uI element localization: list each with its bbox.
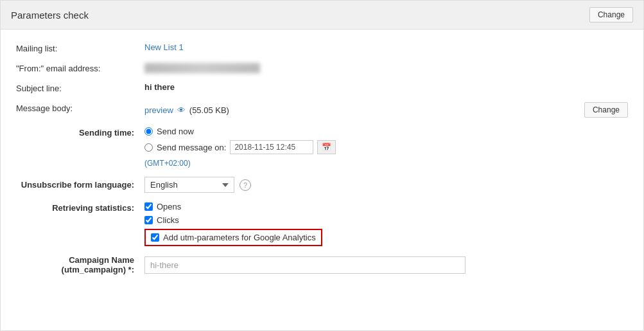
from-email-row: "From:" email address: bbox=[16, 62, 628, 73]
content-area: Mailing list: New List 1 "From:" email a… bbox=[1, 30, 643, 296]
subject-value: hi there bbox=[144, 82, 628, 92]
subject-row: Subject line: hi there bbox=[16, 82, 628, 93]
message-body-row: Message body: preview 👁 (55.05 KB) Chang… bbox=[16, 102, 628, 118]
mailing-list-value: New List 1 bbox=[144, 42, 628, 52]
clicks-row: Clicks bbox=[144, 215, 322, 225]
statistics-row: Retrieving statistics: Opens Clicks Add … bbox=[16, 202, 628, 246]
campaign-name-input[interactable] bbox=[144, 256, 466, 274]
opens-row: Opens bbox=[144, 202, 322, 211]
send-on-row: Send message on: 📅 bbox=[144, 140, 336, 154]
mailing-list-link[interactable]: New List 1 bbox=[144, 42, 184, 52]
clicks-label: Clicks bbox=[157, 215, 179, 225]
clicks-checkbox[interactable] bbox=[144, 216, 153, 224]
send-now-row: Send now bbox=[144, 127, 336, 136]
from-email-label: "From:" email address: bbox=[16, 62, 144, 73]
send-on-label: Send message on: bbox=[157, 143, 226, 152]
message-body-value: preview 👁 (55.05 KB) Change bbox=[144, 102, 628, 118]
message-body-label: Message body: bbox=[16, 102, 144, 113]
campaign-name-row: Campaign Name (utm_campaign) *: bbox=[16, 255, 628, 274]
message-body-left: preview 👁 (55.05 KB) bbox=[144, 105, 229, 115]
send-on-radio[interactable] bbox=[144, 143, 153, 152]
analytics-box: Add utm-parameters for Google Analytics bbox=[144, 229, 322, 246]
page-header: Parameters check Change bbox=[1, 1, 643, 30]
change-button[interactable]: Change bbox=[589, 7, 633, 22]
analytics-label: Add utm-parameters for Google Analytics bbox=[163, 233, 316, 242]
message-body-size: (55.05 KB) bbox=[189, 105, 229, 115]
send-now-label: Send now bbox=[157, 127, 194, 136]
gmt-value: (GMT+02:00) bbox=[144, 159, 191, 168]
page-container: Parameters check Change Mailing list: Ne… bbox=[0, 0, 644, 331]
opens-label: Opens bbox=[157, 202, 181, 211]
statistics-label: Retrieving statistics: bbox=[16, 202, 144, 213]
page-title: Parameters check bbox=[11, 10, 89, 21]
eye-icon[interactable]: 👁 bbox=[177, 105, 186, 115]
analytics-checkbox[interactable] bbox=[151, 233, 159, 242]
campaign-name-label-text: Campaign Name (utm_campaign) *: bbox=[62, 255, 134, 274]
subject-label: Subject line: bbox=[16, 82, 144, 93]
calendar-icon: 📅 bbox=[322, 143, 331, 152]
from-email-blurred bbox=[144, 63, 260, 73]
message-body-change-button[interactable]: Change bbox=[584, 102, 628, 118]
sending-time-label: Sending time: bbox=[16, 127, 144, 138]
sending-time-section: Sending time: Send now Send message on: … bbox=[16, 127, 628, 168]
gmt-text: (GMT+02:00) bbox=[144, 158, 336, 168]
unsubscribe-label: Unsubscribe form language: bbox=[16, 180, 144, 190]
mailing-list-label: Mailing list: bbox=[16, 42, 144, 53]
statistics-options: Opens Clicks Add utm-parameters for Goog… bbox=[144, 202, 322, 246]
opens-checkbox[interactable] bbox=[144, 202, 153, 211]
calendar-button[interactable]: 📅 bbox=[317, 140, 336, 154]
unsubscribe-row: Unsubscribe form language: English Frenc… bbox=[16, 177, 628, 193]
send-now-radio[interactable] bbox=[144, 127, 153, 136]
send-date-input[interactable] bbox=[230, 140, 313, 154]
help-icon[interactable]: ? bbox=[239, 179, 251, 191]
preview-link[interactable]: preview bbox=[144, 105, 173, 115]
mailing-list-row: Mailing list: New List 1 bbox=[16, 42, 628, 53]
campaign-name-label: Campaign Name (utm_campaign) *: bbox=[16, 255, 144, 274]
language-select[interactable]: English French German Spanish bbox=[144, 177, 234, 193]
sending-time-options: Send now Send message on: 📅 (GMT+02:00) bbox=[144, 127, 336, 168]
from-email-value bbox=[144, 62, 628, 73]
